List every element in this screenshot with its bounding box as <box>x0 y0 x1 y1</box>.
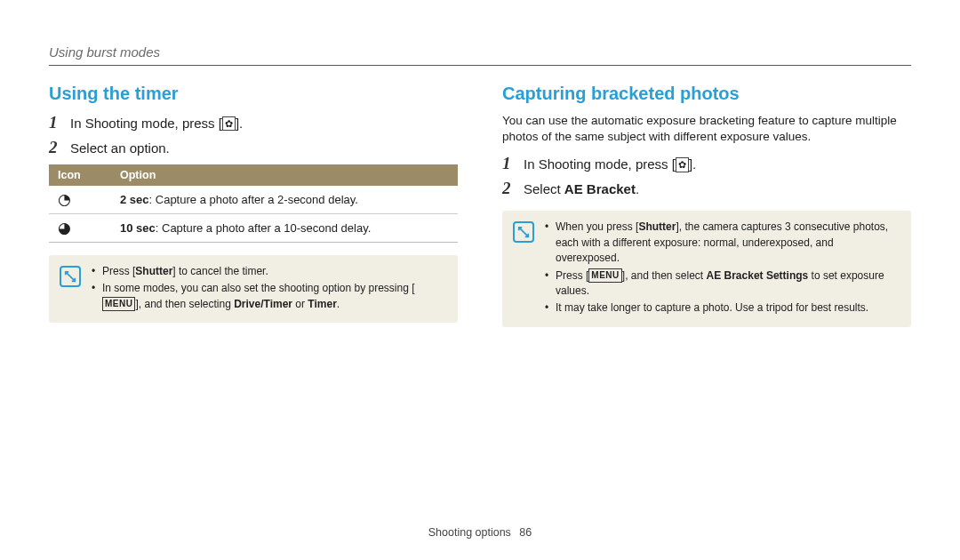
menu-icon: MENU <box>588 268 621 284</box>
intro-text: You can use the automatic exposure brack… <box>502 113 911 145</box>
option-text: 2 sec: Capture a photo after a 2-second … <box>111 186 458 214</box>
note-item: Press [MENU], and then select AE Bracket… <box>545 268 900 300</box>
step-1: 1 In Shooting mode, press [✿]. <box>49 113 458 132</box>
option-text: 10 sec: Capture a photo after a 10-secon… <box>111 214 458 243</box>
drive-mode-icon: ✿ <box>676 157 689 172</box>
col-header-icon: Icon <box>49 164 111 186</box>
timer-steps: 1 In Shooting mode, press [✿]. 2 Select … <box>49 113 458 157</box>
step-2: 2 Select AE Bracket. <box>502 179 911 198</box>
note-item: Press [Shutter] to cancel the timer. <box>92 264 447 279</box>
timer-10s-icon: ◕ <box>58 220 71 236</box>
step-text: Select an option. <box>70 140 458 156</box>
note-icon <box>60 266 81 287</box>
right-column: Capturing bracketed photos You can use t… <box>502 84 911 327</box>
step-text: Select AE Bracket. <box>524 181 911 196</box>
step-number: 2 <box>502 179 515 198</box>
menu-icon: MENU <box>102 297 135 312</box>
step-number: 2 <box>49 138 61 157</box>
page-footer: Shooting options 86 <box>0 526 960 539</box>
divider <box>49 65 911 66</box>
note-list: Press [Shutter] to cancel the timer. In … <box>92 264 447 314</box>
note-box: When you press [Shutter], the camera cap… <box>502 211 911 326</box>
note-item: It may take longer to capture a photo. U… <box>545 300 900 316</box>
left-column: Using the timer 1 In Shooting mode, pres… <box>49 84 458 327</box>
note-item: When you press [Shutter], the camera cap… <box>545 220 900 266</box>
bracket-steps: 1 In Shooting mode, press [✿]. 2 Select … <box>502 154 911 198</box>
note-icon <box>513 221 534 243</box>
step-number: 1 <box>49 113 61 132</box>
breadcrumb: Using burst modes <box>49 44 911 60</box>
drive-mode-icon: ✿ <box>222 116 236 131</box>
table-row: ◕ 10 sec: Capture a photo after a 10-sec… <box>49 214 458 243</box>
step-text: In Shooting mode, press [✿]. <box>70 116 458 131</box>
section-title-timer: Using the timer <box>49 84 458 104</box>
note-list: When you press [Shutter], the camera cap… <box>545 220 900 317</box>
table-row: ◔ 2 sec: Capture a photo after a 2-secon… <box>49 186 458 214</box>
section-title-bracket: Capturing bracketed photos <box>502 84 911 104</box>
timer-options-table: Icon Option ◔ 2 sec: Capture a photo aft… <box>49 164 458 243</box>
footer-page-number: 86 <box>519 526 532 539</box>
note-box: Press [Shutter] to cancel the timer. In … <box>49 255 458 323</box>
footer-section: Shooting options <box>428 526 511 539</box>
note-item: In some modes, you can also set the shoo… <box>92 281 447 312</box>
step-number: 1 <box>502 154 515 173</box>
step-text: In Shooting mode, press [✿]. <box>524 156 911 172</box>
timer-2s-icon: ◔ <box>58 192 71 207</box>
col-header-option: Option <box>111 164 458 186</box>
step-2: 2 Select an option. <box>49 138 458 157</box>
step-1: 1 In Shooting mode, press [✿]. <box>502 154 911 173</box>
